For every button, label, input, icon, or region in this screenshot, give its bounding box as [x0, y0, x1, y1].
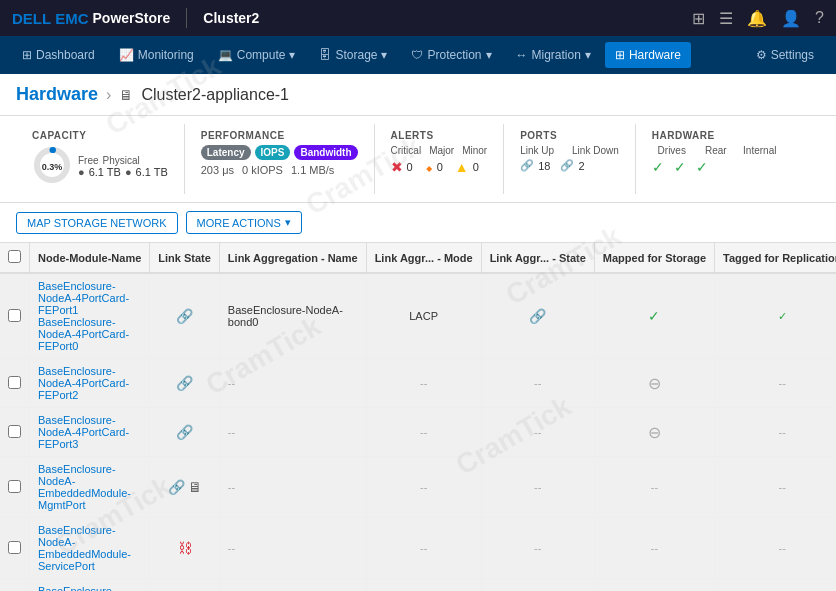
iops-badge: IOPS: [255, 145, 291, 160]
port-link-2[interactable]: BaseEnclosure-NodeA-4PortCard-FEPort0: [38, 316, 129, 352]
select-all-checkbox[interactable]: [8, 250, 21, 263]
row-checkbox[interactable]: [8, 309, 21, 322]
bell-icon[interactable]: 🔔: [747, 9, 767, 28]
brand-logo: DELLEMC PowerStore: [12, 10, 170, 27]
appliance-icon: 🖥: [119, 87, 133, 103]
dash: --: [420, 542, 427, 554]
link-state-cell: 🔗: [150, 579, 220, 592]
major-val: 0: [437, 161, 443, 173]
row-checkbox[interactable]: [8, 376, 21, 389]
link-agg-mode-cell: --: [366, 579, 481, 592]
list-icon[interactable]: ☰: [719, 9, 733, 28]
row-checkbox[interactable]: [8, 480, 21, 493]
cell-dash: --: [651, 542, 658, 554]
critical-icon: ✖: [391, 159, 403, 175]
port-link[interactable]: BaseEnclosure-NodeA-EmbeddedModule-Servi…: [38, 524, 131, 572]
major-label: Major: [429, 145, 454, 156]
row-checkbox[interactable]: [8, 425, 21, 438]
tagged-replication-cell: --: [715, 579, 836, 592]
link-agg-state-cell: --: [481, 518, 594, 579]
agg-mode: LACP: [409, 310, 438, 322]
link-agg-name-cell: --: [219, 579, 366, 592]
nav-protection[interactable]: 🛡 Protection ▾: [401, 42, 501, 68]
tagged-replication-cell: ✓: [715, 273, 836, 359]
grid-icon[interactable]: ⊞: [692, 9, 705, 28]
protection-icon: 🛡: [411, 48, 423, 62]
dell-label: DELL: [12, 10, 51, 27]
capacity-free-val: 6.1 TB: [89, 166, 121, 178]
latency-badge: Latency: [201, 145, 251, 160]
iops-val: 0 kIOPS: [242, 164, 283, 176]
storage-arrow-icon: ▾: [381, 48, 387, 62]
row-checkbox-cell: [0, 359, 30, 408]
port-link[interactable]: BaseEnclosure-NodeA-4PortCard-FEPort3: [38, 414, 129, 450]
col-link-agg-mode[interactable]: Link Aggr... - Mode: [366, 243, 481, 273]
col-mapped-storage[interactable]: Mapped for Storage: [594, 243, 714, 273]
linkdown-val: 2: [578, 160, 584, 172]
link-agg-state-cell: --: [481, 457, 594, 518]
col-tagged-replication[interactable]: Tagged for Replication: [715, 243, 836, 273]
migration-icon: ↔: [516, 48, 528, 62]
tagged-check-icon: ✓: [778, 310, 787, 322]
port-link[interactable]: BaseEnclosure-NodeA-EmbeddedModule-MgmtP…: [38, 463, 131, 511]
nav-monitoring[interactable]: 📈 Monitoring: [109, 42, 204, 68]
nav-compute[interactable]: 💻 Compute ▾: [208, 42, 306, 68]
name-cell: BaseEnclosure-NodeA-4PortCard-FEPort2: [30, 359, 150, 408]
mapped-storage-cell: ✓: [594, 273, 714, 359]
row-checkbox-cell: [0, 518, 30, 579]
nav-storage[interactable]: 🗄 Storage ▾: [309, 42, 397, 68]
port-link[interactable]: BaseEnclosure-NodeA-4PortCard-FEPort1: [38, 280, 129, 316]
table-row: BaseEnclosure-NodeA-4PortCard-FEPort2 🔗 …: [0, 359, 836, 408]
help-icon[interactable]: ?: [815, 9, 824, 27]
name-cell: BaseEnclosure-NodeA-4PortCard-FEPort3: [30, 408, 150, 457]
hardware-stat-label: HARDWARE: [652, 130, 780, 141]
link-agg-name-cell: --: [219, 457, 366, 518]
dash: --: [534, 377, 541, 389]
internal-label: Internal: [740, 145, 780, 156]
link-agg-name-cell: BaseEnclosure-NodeA-bond0: [219, 273, 366, 359]
tagged-replication-cell: --: [715, 457, 836, 518]
nav-settings[interactable]: ⚙ Settings: [746, 42, 824, 68]
link-state-icon: 🔗: [529, 308, 546, 324]
nav-hardware[interactable]: ⊞ Hardware: [605, 42, 691, 68]
linkup-count: 🔗 18: [520, 159, 550, 172]
link-agg-mode-cell: --: [366, 457, 481, 518]
bond-name: BaseEnclosure-NodeA-bond0: [228, 304, 343, 328]
dash: --: [779, 426, 786, 438]
more-actions-arrow-icon: ▾: [285, 216, 291, 229]
drives-label: Drives: [652, 145, 692, 156]
link-state-cell: ⛓: [150, 518, 220, 579]
port-link[interactable]: BaseEnclosure-NodeA-IoModule1-FEPort0: [38, 585, 130, 591]
cell-dash: --: [651, 481, 658, 493]
user-icon[interactable]: 👤: [781, 9, 801, 28]
breadcrumb-current: Cluster2-appliance-1: [141, 86, 289, 104]
link-state-cell: 🔗: [150, 408, 220, 457]
screen-icon: 🖥: [188, 479, 202, 495]
link-state-icon: 🔗: [176, 375, 193, 391]
col-link-state[interactable]: Link State: [150, 243, 220, 273]
col-link-agg-state[interactable]: Link Aggr... - State: [481, 243, 594, 273]
dash: --: [534, 426, 541, 438]
settings-icon: ⚙: [756, 48, 767, 62]
nav-dashboard[interactable]: ⊞ Dashboard: [12, 42, 105, 68]
dash: --: [534, 542, 541, 554]
linkdown-icon: 🔗: [560, 159, 574, 172]
capacity-block: CAPACITY 0.3% Free Physical: [16, 124, 185, 194]
port-link[interactable]: BaseEnclosure-NodeA-4PortCard-FEPort2: [38, 365, 129, 401]
table-row: BaseEnclosure-NodeA-EmbeddedModule-MgmtP…: [0, 457, 836, 518]
breadcrumb-home[interactable]: Hardware: [16, 84, 98, 105]
ports-block: PORTS Link Up Link Down 🔗 18 🔗 2: [504, 124, 636, 194]
col-name[interactable]: Node-Module-Name: [30, 243, 150, 273]
performance-block: PERFORMANCE Latency IOPS Bandwidth 203 μ…: [185, 124, 375, 194]
nav-divider: [186, 8, 187, 28]
capacity-pct: 0.3%: [42, 162, 63, 172]
nav-migration[interactable]: ↔ Migration ▾: [506, 42, 601, 68]
col-link-agg-name[interactable]: Link Aggregation - Name: [219, 243, 366, 273]
content-area: Hardware › 🖥 Cluster2-appliance-1 CAPACI…: [0, 74, 836, 591]
more-actions-button[interactable]: MORE ACTIONS ▾: [186, 211, 302, 234]
select-all-header: [0, 243, 30, 273]
row-checkbox[interactable]: [8, 541, 21, 554]
latency-val: 203 μs: [201, 164, 234, 176]
map-storage-button[interactable]: MAP STORAGE NETWORK: [16, 212, 178, 234]
rear-label: Rear: [696, 145, 736, 156]
